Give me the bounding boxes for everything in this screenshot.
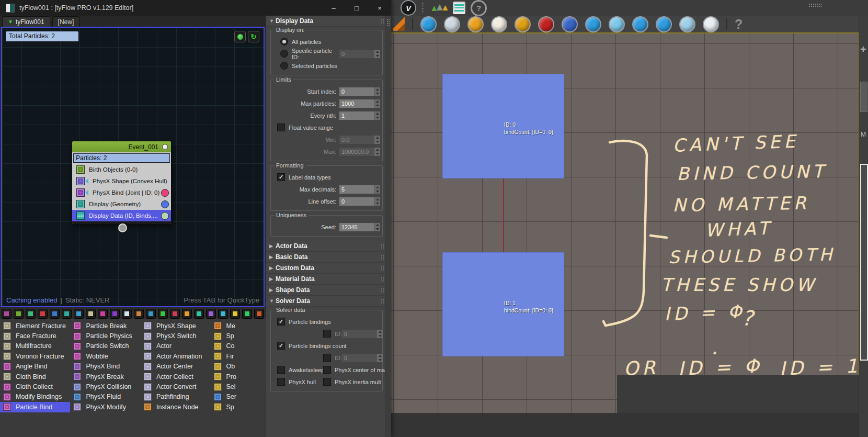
node-operator-row[interactable]: 1010Display Data (ID, Binds,... (72, 210, 171, 221)
checkbox[interactable] (277, 378, 285, 386)
command-panel-list[interactable] (860, 164, 868, 361)
checkbox[interactable] (323, 378, 331, 386)
spinner-field[interactable]: 0 (339, 50, 374, 58)
toolbar-grip[interactable] (808, 3, 822, 7)
spinner-arrows[interactable] (374, 223, 380, 231)
tab-new[interactable]: [New] (52, 16, 80, 27)
spinner-field[interactable]: 0.0 (339, 136, 374, 144)
depot-tab-14[interactable] (158, 309, 168, 319)
panel-grip-icon[interactable] (386, 19, 390, 26)
lightbulb-icon[interactable] (162, 144, 168, 150)
operator-item-physx-shape[interactable]: PhysX Shape (141, 321, 211, 331)
spin-down-icon[interactable] (374, 227, 380, 231)
operator-item-me[interactable]: Me (211, 321, 266, 331)
spinner-field[interactable]: 1 (339, 111, 374, 120)
operator-item-ser[interactable]: Ser (211, 392, 266, 402)
spin-up-icon[interactable] (374, 185, 380, 189)
operator-item-pro[interactable]: Pro (211, 372, 266, 382)
operator-item-pathfinding[interactable]: Pathfinding (141, 392, 211, 402)
depot-tab-19[interactable] (218, 309, 228, 319)
output-port[interactable] (161, 200, 169, 208)
event-node-header[interactable]: Event_001 (72, 141, 171, 152)
operator-item-actor-animation[interactable]: Actor Animation (141, 351, 211, 361)
section-header-basic-data[interactable]: ▶Basic Data (266, 252, 391, 263)
checkbox[interactable] (323, 366, 331, 374)
checkbox[interactable] (323, 354, 331, 362)
output-port[interactable] (161, 212, 169, 220)
checkbox[interactable]: ✓ (277, 173, 285, 181)
node-operator-row[interactable]: Display (Geometry) (72, 198, 171, 210)
depot-tab-22[interactable] (254, 309, 264, 319)
operator-item-instance-node[interactable]: Instance Node (141, 402, 211, 412)
node-output-handle[interactable] (118, 223, 127, 232)
depot-tab-7[interactable] (74, 309, 84, 319)
spinner-field[interactable]: 0 (342, 354, 376, 362)
operator-item-actor-center[interactable]: Actor Center (141, 362, 211, 372)
spinner-field[interactable]: 1000000.0 (339, 148, 374, 156)
titlebar[interactable]: tyFlow001 : [tyFlow PRO v1.129 Editor] –… (0, 0, 391, 16)
spin-up-icon[interactable] (374, 136, 380, 140)
viewport[interactable]: ID: 0 bindCount: [ID=0: 0] ID: 1 bindCou… (391, 32, 859, 413)
spinner-arrows[interactable] (374, 99, 380, 108)
vray-logo-icon[interactable]: V (401, 0, 416, 16)
section-header-actor-data[interactable]: ▶Actor Data (266, 241, 391, 252)
simulation-status-button[interactable] (234, 31, 246, 42)
panel-scroll-column[interactable] (385, 16, 391, 437)
depot-tab-8[interactable] (86, 309, 96, 319)
operator-item-cloth-bind[interactable]: Cloth Bind (0, 372, 70, 382)
depot-tab-21[interactable] (242, 309, 252, 319)
spinner-arrows[interactable] (374, 87, 380, 96)
paint-bucket-icon[interactable] (562, 16, 578, 32)
depot-tab-9[interactable] (98, 309, 108, 319)
depot-tab-3[interactable] (26, 309, 36, 319)
operator-item-particle-switch[interactable]: Particle Switch (70, 341, 140, 351)
spin-down-icon[interactable] (377, 358, 383, 362)
operator-item-actor-convert[interactable]: Actor Convert (141, 382, 211, 391)
depot-tab-15[interactable] (170, 309, 180, 319)
spin-down-icon[interactable] (377, 334, 383, 338)
spinner-arrows[interactable] (374, 111, 380, 120)
depot-tab-4[interactable] (38, 309, 48, 319)
spinner-field[interactable]: 0 (339, 197, 374, 206)
spin-up-icon[interactable] (374, 197, 380, 201)
spinner-arrows[interactable] (374, 50, 380, 58)
operator-item-physx-switch[interactable]: PhysX Switch (141, 331, 211, 341)
spinner-field[interactable]: 5 (339, 185, 374, 194)
refresh-button[interactable]: ↻ (248, 31, 259, 42)
depot-tab-1[interactable] (2, 309, 12, 319)
checkbox[interactable]: ✓ (277, 318, 285, 326)
depot-tab-11[interactable] (122, 309, 132, 319)
radio-button[interactable] (280, 62, 288, 70)
operator-item-face-fracture[interactable]: Face Fracture (0, 331, 70, 341)
operator-item-particle-bind[interactable]: Particle Bind (0, 402, 70, 412)
spin-up-icon[interactable] (374, 50, 380, 54)
spin-down-icon[interactable] (374, 54, 380, 58)
spin-down-icon[interactable] (374, 189, 380, 194)
spin-down-icon[interactable] (374, 104, 380, 108)
output-port[interactable] (161, 189, 169, 197)
node-graph[interactable]: Total Particles: 2 ↻ Event_001 Particles… (1, 27, 265, 307)
operator-item-angle-bind[interactable]: Angle Bind (0, 362, 70, 372)
particle-box-1[interactable]: ID: 1 bindCount: [ID=0: 0] (442, 252, 564, 356)
operator-item-cloth-collect[interactable]: Cloth Collect (0, 382, 70, 391)
depot-tab-20[interactable] (230, 309, 240, 319)
node-operator-row[interactable]: PhysX Shape (Convex Hull) (72, 175, 171, 187)
checkbox[interactable]: ✓ (277, 342, 285, 350)
help-icon[interactable]: ? (471, 0, 487, 16)
waves-icon[interactable] (656, 16, 672, 32)
spinner-field[interactable]: 0 (339, 87, 374, 96)
depot-tab-16[interactable] (182, 309, 192, 319)
spinner-arrows[interactable] (376, 330, 383, 338)
maximize-button[interactable]: □ (345, 0, 368, 16)
spinner-field[interactable]: 12345 (339, 223, 374, 231)
spinner-arrows[interactable] (374, 185, 380, 194)
ship-icon[interactable] (703, 16, 719, 32)
checkbox[interactable] (277, 124, 285, 131)
notes-icon[interactable] (453, 2, 465, 14)
operator-item-physx-break[interactable]: PhysX Break (70, 372, 140, 382)
red-splash-icon[interactable] (538, 16, 554, 32)
beer-mug-icon[interactable] (467, 16, 484, 32)
forest-icon[interactable]: ▲▲▲ (430, 1, 448, 15)
operator-item-sp[interactable]: Sp (211, 402, 266, 412)
depot-tab-6[interactable] (62, 309, 72, 319)
